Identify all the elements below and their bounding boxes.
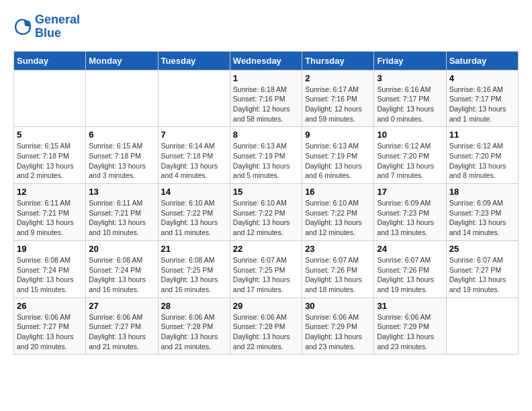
calendar-cell: 19Sunrise: 6:08 AM Sunset: 7:24 PM Dayli… xyxy=(14,240,86,298)
day-number: 6 xyxy=(89,130,154,140)
calendar-cell: 30Sunrise: 6:06 AM Sunset: 7:29 PM Dayli… xyxy=(302,298,374,355)
day-info: Sunrise: 6:09 AM Sunset: 7:23 PM Dayligh… xyxy=(449,198,515,238)
day-number: 2 xyxy=(305,73,371,83)
calendar-cell: 21Sunrise: 6:08 AM Sunset: 7:25 PM Dayli… xyxy=(158,240,230,298)
day-info: Sunrise: 6:09 AM Sunset: 7:23 PM Dayligh… xyxy=(377,198,443,238)
day-number: 16 xyxy=(305,187,371,197)
calendar-cell: 14Sunrise: 6:10 AM Sunset: 7:22 PM Dayli… xyxy=(158,184,230,241)
day-number: 25 xyxy=(449,244,515,254)
day-info: Sunrise: 6:16 AM Sunset: 7:17 PM Dayligh… xyxy=(449,85,515,124)
day-number: 26 xyxy=(17,301,83,311)
day-number: 27 xyxy=(89,301,154,311)
day-of-week-header: Friday xyxy=(374,51,446,70)
day-info: Sunrise: 6:15 AM Sunset: 7:18 PM Dayligh… xyxy=(89,141,154,181)
calendar-cell: 7Sunrise: 6:14 AM Sunset: 7:18 PM Daylig… xyxy=(158,127,230,184)
day-number: 1 xyxy=(233,73,299,83)
calendar-cell: 22Sunrise: 6:07 AM Sunset: 7:25 PM Dayli… xyxy=(230,240,302,298)
calendar-week-row: 26Sunrise: 6:06 AM Sunset: 7:27 PM Dayli… xyxy=(14,298,519,355)
day-info: Sunrise: 6:06 AM Sunset: 7:27 PM Dayligh… xyxy=(89,312,154,352)
day-of-week-header: Sunday xyxy=(14,51,86,70)
day-info: Sunrise: 6:18 AM Sunset: 7:16 PM Dayligh… xyxy=(233,85,299,124)
day-info: Sunrise: 6:08 AM Sunset: 7:24 PM Dayligh… xyxy=(89,255,154,295)
calendar-cell xyxy=(446,298,518,355)
day-number: 28 xyxy=(161,301,227,311)
day-number: 30 xyxy=(305,301,371,311)
day-number: 13 xyxy=(89,187,154,197)
day-info: Sunrise: 6:06 AM Sunset: 7:28 PM Dayligh… xyxy=(161,312,227,352)
day-number: 11 xyxy=(449,130,515,140)
calendar-week-row: 12Sunrise: 6:11 AM Sunset: 7:21 PM Dayli… xyxy=(14,184,519,241)
day-info: Sunrise: 6:08 AM Sunset: 7:24 PM Dayligh… xyxy=(17,255,83,295)
day-number: 3 xyxy=(377,73,443,83)
calendar-cell: 10Sunrise: 6:12 AM Sunset: 7:20 PM Dayli… xyxy=(374,127,446,184)
day-number: 17 xyxy=(377,187,443,197)
day-info: Sunrise: 6:10 AM Sunset: 7:22 PM Dayligh… xyxy=(161,198,227,238)
day-info: Sunrise: 6:07 AM Sunset: 7:27 PM Dayligh… xyxy=(449,255,515,295)
day-number: 18 xyxy=(449,187,515,197)
calendar-cell: 6Sunrise: 6:15 AM Sunset: 7:18 PM Daylig… xyxy=(86,127,158,184)
day-info: Sunrise: 6:13 AM Sunset: 7:19 PM Dayligh… xyxy=(233,141,299,181)
day-info: Sunrise: 6:08 AM Sunset: 7:25 PM Dayligh… xyxy=(161,255,227,295)
day-number: 7 xyxy=(161,130,227,140)
calendar-cell: 18Sunrise: 6:09 AM Sunset: 7:23 PM Dayli… xyxy=(446,184,518,241)
day-number: 4 xyxy=(449,73,515,83)
calendar-cell: 20Sunrise: 6:08 AM Sunset: 7:24 PM Dayli… xyxy=(86,240,158,298)
day-info: Sunrise: 6:10 AM Sunset: 7:22 PM Dayligh… xyxy=(305,198,371,238)
calendar-week-row: 19Sunrise: 6:08 AM Sunset: 7:24 PM Dayli… xyxy=(14,240,519,298)
day-of-week-header: Saturday xyxy=(446,51,518,70)
day-info: Sunrise: 6:06 AM Sunset: 7:27 PM Dayligh… xyxy=(17,312,83,352)
calendar-cell: 5Sunrise: 6:15 AM Sunset: 7:18 PM Daylig… xyxy=(14,127,86,184)
calendar-cell xyxy=(158,70,230,127)
day-number: 12 xyxy=(17,187,83,197)
calendar-table: SundayMondayTuesdayWednesdayThursdayFrid… xyxy=(13,51,519,355)
day-number: 20 xyxy=(89,244,154,254)
day-number: 9 xyxy=(305,130,371,140)
day-info: Sunrise: 6:07 AM Sunset: 7:26 PM Dayligh… xyxy=(377,255,443,295)
day-of-week-header: Wednesday xyxy=(230,51,302,70)
day-number: 14 xyxy=(161,187,227,197)
day-number: 21 xyxy=(161,244,227,254)
day-info: Sunrise: 6:11 AM Sunset: 7:21 PM Dayligh… xyxy=(17,198,83,238)
calendar-cell: 24Sunrise: 6:07 AM Sunset: 7:26 PM Dayli… xyxy=(374,240,446,298)
day-number: 10 xyxy=(377,130,443,140)
day-info: Sunrise: 6:10 AM Sunset: 7:22 PM Dayligh… xyxy=(233,198,299,238)
calendar-cell: 4Sunrise: 6:16 AM Sunset: 7:17 PM Daylig… xyxy=(446,70,518,127)
calendar-cell: 25Sunrise: 6:07 AM Sunset: 7:27 PM Dayli… xyxy=(446,240,518,298)
calendar-cell xyxy=(86,70,158,127)
calendar-header-row: SundayMondayTuesdayWednesdayThursdayFrid… xyxy=(14,51,519,70)
day-number: 8 xyxy=(233,130,299,140)
day-info: Sunrise: 6:06 AM Sunset: 7:29 PM Dayligh… xyxy=(305,312,371,352)
logo-text: General Blue xyxy=(35,13,80,40)
day-info: Sunrise: 6:15 AM Sunset: 7:18 PM Dayligh… xyxy=(17,141,83,181)
day-number: 5 xyxy=(17,130,83,140)
calendar-cell: 1Sunrise: 6:18 AM Sunset: 7:16 PM Daylig… xyxy=(230,70,302,127)
page-header: General Blue xyxy=(13,13,519,40)
calendar-cell: 3Sunrise: 6:16 AM Sunset: 7:17 PM Daylig… xyxy=(374,70,446,127)
calendar-cell: 23Sunrise: 6:07 AM Sunset: 7:26 PM Dayli… xyxy=(302,240,374,298)
calendar-cell: 8Sunrise: 6:13 AM Sunset: 7:19 PM Daylig… xyxy=(230,127,302,184)
day-of-week-header: Monday xyxy=(86,51,158,70)
day-info: Sunrise: 6:06 AM Sunset: 7:28 PM Dayligh… xyxy=(233,312,299,352)
calendar-cell: 15Sunrise: 6:10 AM Sunset: 7:22 PM Dayli… xyxy=(230,184,302,241)
logo: General Blue xyxy=(13,13,80,40)
day-info: Sunrise: 6:14 AM Sunset: 7:18 PM Dayligh… xyxy=(161,141,227,181)
calendar-cell: 9Sunrise: 6:13 AM Sunset: 7:19 PM Daylig… xyxy=(302,127,374,184)
calendar-cell: 16Sunrise: 6:10 AM Sunset: 7:22 PM Dayli… xyxy=(302,184,374,241)
day-number: 23 xyxy=(305,244,371,254)
day-info: Sunrise: 6:17 AM Sunset: 7:16 PM Dayligh… xyxy=(305,85,371,124)
calendar-cell: 31Sunrise: 6:06 AM Sunset: 7:29 PM Dayli… xyxy=(374,298,446,355)
day-info: Sunrise: 6:07 AM Sunset: 7:26 PM Dayligh… xyxy=(305,255,371,295)
calendar-cell: 12Sunrise: 6:11 AM Sunset: 7:21 PM Dayli… xyxy=(14,184,86,241)
day-number: 19 xyxy=(17,244,83,254)
calendar-cell: 27Sunrise: 6:06 AM Sunset: 7:27 PM Dayli… xyxy=(86,298,158,355)
day-info: Sunrise: 6:07 AM Sunset: 7:25 PM Dayligh… xyxy=(233,255,299,295)
day-number: 15 xyxy=(233,187,299,197)
day-info: Sunrise: 6:12 AM Sunset: 7:20 PM Dayligh… xyxy=(377,141,443,181)
day-info: Sunrise: 6:16 AM Sunset: 7:17 PM Dayligh… xyxy=(377,85,443,124)
day-number: 22 xyxy=(233,244,299,254)
day-of-week-header: Thursday xyxy=(302,51,374,70)
day-number: 24 xyxy=(377,244,443,254)
calendar-cell: 11Sunrise: 6:12 AM Sunset: 7:20 PM Dayli… xyxy=(446,127,518,184)
calendar-week-row: 1Sunrise: 6:18 AM Sunset: 7:16 PM Daylig… xyxy=(14,70,519,127)
calendar-week-row: 5Sunrise: 6:15 AM Sunset: 7:18 PM Daylig… xyxy=(14,127,519,184)
